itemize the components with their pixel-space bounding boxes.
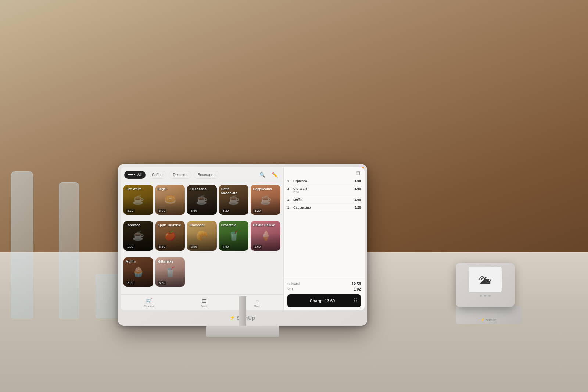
product-card-apple-crumble[interactable]: 🍎 Apple Crumble 3.60 [155,221,185,251]
nav-sales-label: Sales [201,305,208,307]
order-header: 🗑 [284,167,365,177]
product-name-muffin: Muffin [126,260,151,264]
vat-value: 1.02 [354,287,361,291]
tab-coffee[interactable]: Coffee [148,171,166,179]
reader-dot-1 [480,295,482,297]
order-item-qty-3: 1 [287,206,291,209]
order-item-3: 1 Cappuccino 3.20 [287,204,361,211]
product-card-caffe-macchiato[interactable]: ☕ Caffè Macchiato 3.20 [219,185,249,215]
product-card-bagel[interactable]: 🥯 Bagel 5.90 [155,185,185,215]
tab-coffee-label: Coffee [152,173,162,177]
pos-left-panel: All Coffee Desserts Beverages 🔍 [121,167,284,310]
vat-label: VAT [287,287,293,291]
product-card-milkshake[interactable]: 🥤 Milkshake 3.50 [155,257,185,287]
product-card-espresso[interactable]: ☕ Espresso 1.90 [123,221,153,251]
reader-body: ☁ [456,263,514,307]
order-item-info-2: Muffin [293,198,352,202]
order-totals: Subtotal 12.58 VAT 1.02 Charge 13.60 ⠿ [284,279,365,310]
order-item-price-0: 1.90 [354,179,361,183]
pos-app: All Coffee Desserts Beverages 🔍 [121,167,365,310]
subtotal-label: Subtotal [287,282,300,286]
category-bar: All Coffee Desserts Beverages 🔍 [121,167,283,182]
order-item-info-1: Croissant 2.80 [293,187,352,194]
reader-dot-3 [488,295,491,297]
product-card-smoothie[interactable]: 🥤 Smoothie 4.80 [219,221,249,251]
contactless-wave-icon [474,270,496,289]
nav-checkout[interactable]: 🛒 Checkout [144,297,155,307]
product-card-cappuccino[interactable]: ☕ Cappuccino 3.20 [251,185,280,215]
reader-dots [480,295,491,297]
order-item-qty-0: 1 [287,179,291,183]
nav-checkout-label: Checkout [144,305,155,307]
search-icon[interactable]: 🔍 [258,170,267,179]
order-item-info-3: Cappuccino [293,206,352,209]
charge-button-label: Charge 13.60 [291,299,354,303]
card-reader: ☁ ⚡ sumup [456,263,514,324]
order-item-name-1: Croissant [293,187,352,190]
vat-row: VAT 1.02 [287,287,361,291]
order-item-name-2: Muffin [293,198,352,202]
product-price-bagel: 5.90 [158,209,167,213]
product-card-croissant[interactable]: 🥐 Croissant 2.90 [187,221,217,251]
subtotal-row: Subtotal 12.58 [287,282,361,286]
nav-sales[interactable]: ▤ Sales [201,297,207,307]
order-item-qty-1: 2 [287,187,291,190]
bottom-nav: 🛒 Checkout ▤ Sales ○ More [121,294,283,310]
order-item-info-0: Espresso [293,179,352,183]
bottle-1 [11,171,33,318]
order-item-1: 2 Croissant 2.80 5.60 [287,185,361,196]
product-name-caffe-macchiato: Caffè Macchiato [221,187,247,195]
all-icon [128,174,135,175]
product-name-gelato-deluxe: Gelato Deluxe [253,223,278,227]
tab-all[interactable]: All [124,171,146,179]
monitor-screen: All Coffee Desserts Beverages 🔍 [121,167,365,310]
order-item-price-2: 2.90 [354,198,361,202]
product-card-muffin[interactable]: 🧁 Muffin 2.90 [123,257,153,287]
order-item-name-0: Espresso [293,179,352,183]
checkout-icon: 🛒 [146,297,153,304]
product-name-croissant: Croissant [189,223,215,227]
product-price-milkshake: 3.50 [158,281,167,285]
order-item-name-3: Cappuccino [293,206,352,209]
bottle-2 [59,182,79,318]
sales-icon: ▤ [201,297,207,304]
order-item-0: 1 Espresso 1.90 [287,177,361,185]
product-card-gelato-deluxe[interactable]: 🍦 Gelato Deluxe 2.60 [251,221,280,251]
tab-beverages-label: Beverages [198,173,215,177]
charge-button[interactable]: Charge 13.60 ⠿ [287,294,361,307]
nav-more-label: More [254,305,260,307]
subtotal-value: 12.58 [352,282,361,286]
order-item-price-1: 5.60 [354,187,361,190]
order-item-2: 1 Muffin 2.90 [287,196,361,204]
reader-base: ⚡ sumup [456,306,522,324]
product-name-americano: Americano [189,187,215,191]
tab-desserts[interactable]: Desserts [169,171,191,179]
tab-beverages[interactable]: Beverages [194,171,219,179]
nav-more[interactable]: ○ More [254,297,260,307]
reader-screen: ☁ [469,267,502,292]
product-card-americano[interactable]: ☕ Americano 3.60 [187,185,217,215]
product-price-croissant: 2.90 [189,245,198,249]
product-price-caffe-macchiato: 3.20 [221,209,230,213]
reader-brand-logo: ⚡ sumup [481,318,496,322]
order-items-list: 1 Espresso 1.90 2 Croissant 2.80 5.60 1 … [284,177,365,279]
product-grid: ☕ Flat White 3.20 🥯 Bagel 5.90 ☕ America… [121,182,283,294]
product-price-americano: 3.60 [189,209,198,213]
product-name-milkshake: Milkshake [158,260,183,264]
product-name-espresso: Espresso [126,223,151,227]
order-item-price-3: 3.20 [354,206,361,209]
product-price-muffin: 2.90 [126,281,135,285]
delete-order-icon[interactable]: 🗑 [356,170,361,176]
product-card-flat-white[interactable]: ☕ Flat White 3.20 [123,185,153,215]
product-name-apple-crumble: Apple Crumble [158,223,183,227]
order-item-sub-1: 2.80 [293,190,352,194]
order-panel: 🗑 1 Espresso 1.90 2 Croissant 2.80 5.60 … [284,167,365,310]
product-price-flat-white: 3.20 [126,209,135,213]
reader-dot-2 [484,295,486,297]
product-name-flat-white: Flat White [126,187,151,191]
product-price-espresso: 1.90 [126,245,135,249]
product-name-cappuccino: Cappuccino [253,187,278,191]
edit-icon[interactable]: ✏️ [270,170,280,179]
sumup-logo-symbol: ⚡ [230,315,235,320]
header-actions: 🔍 ✏️ [258,170,280,179]
